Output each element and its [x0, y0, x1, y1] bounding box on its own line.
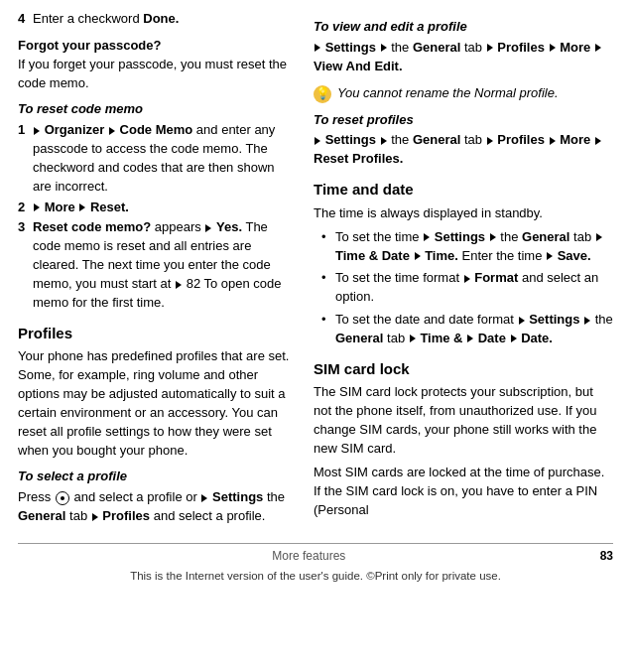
footer-page-number: 83 — [600, 548, 613, 565]
arrow-icon-13 — [595, 44, 601, 52]
time-date-section: Time and date The time is always display… — [314, 179, 613, 348]
bullet-item-1: To set the time Settings the General tab… — [321, 228, 613, 266]
arrow-icon-9 — [315, 44, 320, 52]
time-date-text: The time is always displayed in standby. — [314, 204, 613, 223]
note-icon: 💡 — [314, 85, 331, 103]
arrow-icon-7 — [201, 494, 207, 502]
arrow-icon-20 — [490, 233, 496, 241]
view-edit-section: To view and edit a profile Settings the … — [314, 18, 613, 76]
time-bullet-list: To set the time Settings the General tab… — [314, 228, 613, 348]
forgot-text: If you forget your passcode, you must re… — [18, 56, 296, 93]
sim-text-1: The SIM card lock protects your subscrip… — [314, 383, 613, 458]
sim-heading: SIM card lock — [314, 358, 613, 380]
arrow-icon-1 — [34, 127, 40, 135]
reset-profiles-heading: To reset profiles — [314, 111, 613, 130]
profiles-section: Profiles Your phone has predefined profi… — [18, 323, 296, 461]
reset-profiles-section: To reset profiles Settings the General t… — [314, 111, 613, 170]
view-edit-text: Settings the General tab Profiles More V… — [314, 39, 613, 76]
right-column: To view and edit a profile Settings the … — [314, 10, 613, 531]
arrow-icon-14 — [315, 137, 320, 145]
reset-step-1-num: 1 — [18, 121, 30, 196]
step-4: 4 Enter a checkword Done. — [18, 10, 296, 29]
reset-step-3: 3 Reset code memo? appears Yes. The code… — [18, 218, 296, 312]
profiles-text: Your phone has predefined profiles that … — [18, 347, 296, 460]
sim-text-2: Most SIM cards are locked at the time of… — [314, 464, 613, 520]
arrow-icon-29 — [511, 335, 517, 342]
arrow-icon-22 — [415, 252, 421, 260]
reset-memo-section: To reset code memo 1 Organizer Code Memo… — [18, 100, 296, 312]
time-date-heading: Time and date — [314, 179, 613, 201]
select-profile-section: To select a profile Press and select a p… — [18, 468, 296, 526]
view-edit-heading: To view and edit a profile — [314, 18, 613, 37]
reset-step-2-text: More Reset. — [33, 199, 129, 217]
left-column: 4 Enter a checkword Done. Forgot your pa… — [18, 10, 296, 531]
arrow-icon-25 — [519, 317, 525, 325]
menu-icon — [56, 491, 69, 505]
arrow-icon-6 — [176, 281, 182, 289]
step-4-number: 4 — [18, 10, 30, 29]
select-profile-heading: To select a profile — [18, 468, 296, 486]
arrow-icon-19 — [424, 233, 430, 241]
forgot-section: Forgot your passcode? If you forget your… — [18, 37, 296, 93]
note-box: 💡 You cannot rename the Normal profile. — [314, 84, 613, 103]
reset-step-3-num: 3 — [18, 218, 30, 312]
arrow-icon-26 — [584, 317, 590, 325]
reset-step-1: 1 Organizer Code Memo and enter any pass… — [18, 121, 296, 196]
arrow-icon-24 — [464, 275, 470, 283]
arrow-icon-4 — [79, 203, 85, 211]
footer: More features 83 — [18, 543, 613, 565]
arrow-icon-8 — [92, 513, 98, 521]
arrow-icon-2 — [109, 127, 115, 135]
arrow-icon-18 — [595, 137, 601, 145]
arrow-icon-17 — [550, 137, 556, 145]
arrow-icon-15 — [381, 137, 387, 145]
bullet-item-3: To set the date and date format Settings… — [321, 311, 613, 348]
forgot-heading: Forgot your passcode? — [18, 37, 296, 56]
reset-step-3-text: Reset code memo? appears Yes. The code m… — [33, 218, 296, 312]
arrow-icon-23 — [547, 252, 553, 260]
note-text: You cannot rename the Normal profile. — [337, 84, 559, 103]
arrow-icon-11 — [487, 44, 493, 52]
arrow-icon-5 — [205, 224, 211, 232]
profiles-heading: Profiles — [18, 323, 296, 344]
reset-step-2: 2 More Reset. — [18, 199, 296, 217]
arrow-icon-28 — [467, 335, 473, 342]
arrow-icon-16 — [487, 137, 493, 145]
bullet-item-2: To set the time format Format and select… — [321, 269, 613, 307]
arrow-icon-12 — [550, 44, 556, 52]
arrow-icon-10 — [381, 44, 387, 52]
sim-section: SIM card lock The SIM card lock protects… — [314, 358, 613, 520]
arrow-icon-3 — [34, 203, 40, 211]
reset-profiles-text: Settings the General tab Profiles More R… — [314, 131, 613, 169]
reset-step-1-text: Organizer Code Memo and enter any passco… — [33, 121, 296, 196]
arrow-icon-21 — [596, 233, 602, 241]
reset-step-2-num: 2 — [18, 199, 30, 217]
step-4-text: Enter a checkword Done. — [33, 10, 179, 29]
arrow-icon-27 — [410, 335, 416, 342]
footer-disclaimer: This is the Internet version of the user… — [18, 568, 613, 585]
reset-memo-heading: To reset code memo — [18, 100, 296, 119]
select-profile-text: Press and select a profile or Settings t… — [18, 488, 296, 526]
footer-label: More features — [18, 548, 600, 565]
